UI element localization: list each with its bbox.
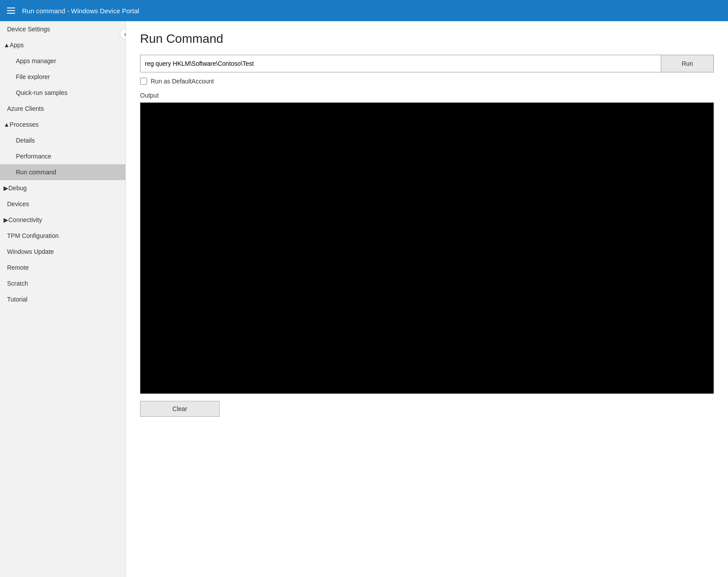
sidebar-item-devices[interactable]: Devices	[0, 196, 125, 212]
sidebar-item-remote[interactable]: Remote	[0, 260, 125, 275]
sidebar-item-processes[interactable]: ▲Processes	[0, 117, 125, 132]
sidebar-item-tpm-configuration[interactable]: TPM Configuration	[0, 228, 125, 244]
command-input[interactable]	[140, 55, 661, 72]
hamburger-menu[interactable]	[7, 8, 15, 14]
titlebar-title: Run command - Windows Device Portal	[22, 7, 139, 15]
sidebar-item-details[interactable]: Details	[0, 132, 125, 148]
sidebar: ❮ Device Settings▲AppsApps managerFile e…	[0, 21, 126, 577]
sidebar-item-apps[interactable]: ▲Apps	[0, 37, 125, 53]
clear-button[interactable]: Clear	[140, 401, 220, 417]
sidebar-item-scratch[interactable]: Scratch	[0, 275, 125, 291]
titlebar: Run command - Windows Device Portal	[0, 0, 728, 21]
sidebar-item-device-settings[interactable]: Device Settings	[0, 21, 125, 37]
checkbox-row: Run as DefaultAccount	[140, 78, 714, 85]
sidebar-item-run-command[interactable]: Run command	[0, 164, 125, 180]
main-content: Run Command Run Run as DefaultAccount Ou…	[126, 21, 728, 577]
default-account-label: Run as DefaultAccount	[151, 78, 214, 85]
sidebar-item-performance[interactable]: Performance	[0, 148, 125, 164]
sidebar-item-tutorial[interactable]: Tutorial	[0, 291, 125, 307]
command-row: Run	[140, 55, 714, 72]
sidebar-item-file-explorer[interactable]: File explorer	[0, 69, 125, 85]
sidebar-item-windows-update[interactable]: Windows Update	[0, 244, 125, 260]
sidebar-item-apps-manager[interactable]: Apps manager	[0, 53, 125, 69]
page-title: Run Command	[140, 32, 714, 46]
sidebar-item-azure-clients[interactable]: Azure Clients	[0, 101, 125, 117]
layout: ❮ Device Settings▲AppsApps managerFile e…	[0, 21, 728, 577]
output-terminal	[140, 102, 714, 394]
sidebar-item-connectivity[interactable]: ▶Connectivity	[0, 212, 125, 228]
sidebar-item-debug[interactable]: ▶Debug	[0, 180, 125, 196]
output-label: Output	[140, 92, 714, 99]
sidebar-item-quick-run-samples[interactable]: Quick-run samples	[0, 85, 125, 101]
default-account-checkbox[interactable]	[140, 78, 147, 85]
run-button[interactable]: Run	[661, 55, 714, 72]
